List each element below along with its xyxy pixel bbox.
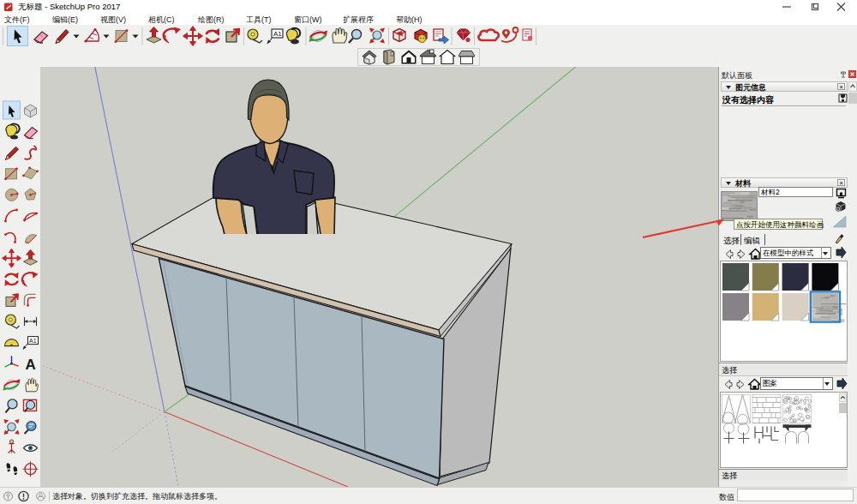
svg-text:A: A [26, 357, 36, 373]
svg-text:A1: A1 [273, 30, 282, 38]
svg-text:A1: A1 [29, 338, 37, 344]
